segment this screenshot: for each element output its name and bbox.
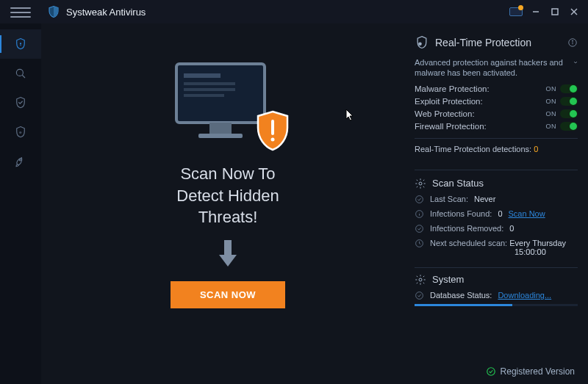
- database-status-row: Database Status: Downloading...: [415, 291, 578, 300]
- center-panel: Scan Now To Detect Hidden Threats! SCAN …: [41, 23, 415, 384]
- prot-state: ON: [546, 85, 557, 93]
- headline-line1: Scan Now To: [180, 164, 275, 183]
- headline-line2: Detect Hidden: [176, 186, 279, 205]
- svg-point-4: [20, 43, 21, 44]
- svg-point-29: [416, 225, 423, 232]
- minimize-button[interactable]: [528, 4, 544, 20]
- info-icon[interactable]: [567, 37, 578, 48]
- shield-icon: [415, 35, 429, 50]
- sidebar-item-status[interactable]: [0, 29, 41, 59]
- infections-found-value: 0: [498, 209, 502, 218]
- next-scan-label: Next scheduled scan:: [430, 239, 507, 247]
- close-button[interactable]: [566, 4, 582, 20]
- sidebar-item-quarantine[interactable]: e: [0, 117, 41, 147]
- svg-point-22: [572, 40, 573, 41]
- prot-row-malware: Malware Protection: ON: [415, 84, 578, 93]
- check-circle-icon: [486, 366, 496, 377]
- realtime-section: Real-Time Protection Advanced protection…: [415, 35, 578, 161]
- svg-point-9: [19, 159, 21, 161]
- headline-line3: Threats!: [198, 208, 258, 226]
- toggle-web[interactable]: [560, 109, 578, 118]
- footer-text: Registered Version: [501, 366, 575, 377]
- scan-status-title: Scan Status: [432, 178, 484, 189]
- svg-point-24: [419, 182, 422, 185]
- scan-now-link[interactable]: Scan Now: [509, 209, 545, 218]
- infections-found-label: Infections Found:: [430, 209, 492, 218]
- rtp-title: Real-Time Protection: [435, 37, 531, 48]
- prot-state: ON: [546, 123, 557, 130]
- app-title: Systweak Antivirus: [66, 7, 146, 18]
- info-icon: [415, 209, 424, 219]
- svg-point-25: [416, 195, 423, 203]
- prot-label: Exploit Protection:: [415, 97, 483, 106]
- prot-state: ON: [546, 110, 557, 117]
- sidebar-item-scan[interactable]: [0, 59, 41, 88]
- arrow-down-icon: [216, 239, 240, 268]
- system-section: System Database Status: Downloading...: [415, 267, 578, 306]
- last-scan-value: Never: [474, 195, 495, 203]
- svg-rect-16: [198, 134, 243, 138]
- sidebar-item-boost[interactable]: [0, 147, 41, 176]
- clock-icon: [415, 239, 424, 248]
- check-icon: [415, 224, 424, 233]
- system-title: System: [432, 274, 464, 285]
- window-controls: [507, 4, 582, 20]
- last-scan-row: Last Scan: Never: [415, 195, 578, 204]
- gear-icon: [415, 178, 426, 189]
- mouse-cursor: [345, 109, 355, 122]
- svg-rect-1: [552, 9, 558, 15]
- headline: Scan Now To Detect Hidden Threats!: [176, 163, 279, 228]
- svg-rect-15: [209, 123, 232, 134]
- check-icon: [415, 195, 424, 204]
- scan-now-button[interactable]: SCAN NOW: [171, 281, 285, 308]
- monitor-illustration: [169, 60, 287, 156]
- svg-point-32: [416, 291, 423, 299]
- sidebar-item-protection[interactable]: [0, 88, 41, 117]
- svg-rect-14: [184, 94, 224, 97]
- svg-point-20: [419, 43, 421, 45]
- menu-toggle[interactable]: [10, 4, 31, 21]
- shield-warning-icon: [255, 110, 290, 151]
- svg-rect-19: [224, 240, 232, 256]
- db-status-value[interactable]: Downloading...: [498, 291, 551, 300]
- prot-label: Firewall Protection:: [415, 122, 487, 131]
- right-panel: Real-Time Protection Advanced protection…: [415, 23, 588, 384]
- chevron-down-icon: [573, 59, 578, 66]
- svg-point-31: [419, 278, 422, 281]
- toggle-malware[interactable]: [560, 84, 578, 93]
- scan-status-section: Scan Status Last Scan: Never Infections …: [415, 170, 578, 261]
- svg-rect-10: [176, 64, 265, 123]
- maximize-button[interactable]: [547, 4, 563, 20]
- rtp-advanced-toggle[interactable]: Advanced protection against hackers and …: [415, 57, 578, 79]
- infections-removed-label: Infections Removed:: [430, 224, 503, 233]
- brand: Systweak Antivirus: [47, 5, 146, 18]
- last-scan-label: Last Scan:: [430, 195, 468, 203]
- prot-row-web: Web Protection: ON: [415, 109, 578, 118]
- app-logo-icon: [47, 5, 60, 18]
- svg-point-33: [487, 368, 495, 376]
- svg-rect-11: [184, 73, 220, 78]
- db-status-label: Database Status:: [430, 291, 492, 300]
- gear-icon: [415, 274, 426, 286]
- next-scan-value: Every Thursday: [509, 239, 566, 247]
- prot-row-firewall: Firewall Protection: ON: [415, 122, 578, 131]
- prot-label: Malware Protection:: [415, 84, 490, 93]
- main-area: Scan Now To Detect Hidden Threats! SCAN …: [41, 23, 588, 384]
- svg-line-7: [22, 75, 25, 78]
- toggle-exploit[interactable]: [560, 97, 578, 106]
- svg-text:e: e: [19, 130, 22, 134]
- infections-removed-value: 0: [509, 224, 514, 233]
- detections-label: Real-Time Protection detections:: [415, 145, 531, 153]
- prot-row-exploit: Exploit Protection: ON: [415, 97, 578, 106]
- footer-status: Registered Version: [486, 366, 575, 377]
- toggle-firewall[interactable]: [560, 122, 578, 131]
- check-icon: [415, 291, 424, 300]
- db-progress-bar: [415, 304, 578, 306]
- next-scan-time: 15:00:00: [514, 247, 566, 256]
- infections-found-row: Infections Found: 0 Scan Now: [415, 209, 578, 219]
- svg-rect-13: [184, 88, 235, 91]
- rtp-detections: Real-Time Protection detections: 0: [415, 138, 578, 153]
- prot-state: ON: [546, 98, 557, 105]
- notification-badge[interactable]: [507, 4, 525, 19]
- next-scan-row: Next scheduled scan: Every Thursday 15:0…: [415, 239, 578, 256]
